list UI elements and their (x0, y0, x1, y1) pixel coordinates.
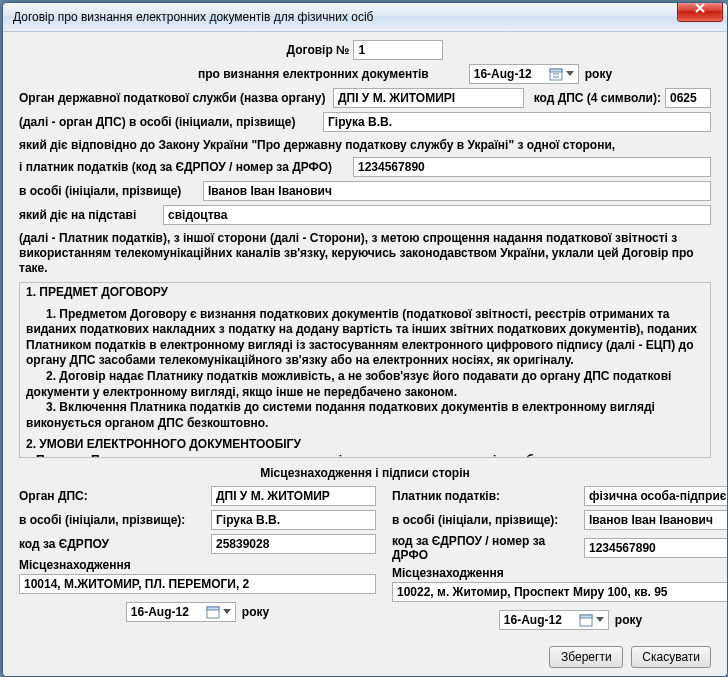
section-2-p1: Подання Платником податку податкових док… (26, 453, 704, 458)
year-word: року (585, 67, 612, 81)
calendar-icon (205, 604, 221, 620)
organ-label: Орган державної податкової служби (назва… (19, 91, 329, 105)
svg-rect-5 (207, 607, 219, 610)
sig-right-person-input[interactable] (584, 510, 727, 530)
section-1-p3: 3. Включення Платника податків до систем… (26, 400, 704, 431)
section-1-heading: 1. ПРЕДМЕТ ДОГОВОРУ (26, 285, 704, 301)
contract-date-picker[interactable]: 16-Aug-12 (469, 64, 579, 84)
titlebar: Договір про визнання електронних докумен… (3, 3, 727, 32)
preamble-text: (далі - Платник податків), з іншої сторо… (19, 231, 711, 276)
sig-right-date-picker[interactable]: 16-Aug-12 (499, 610, 609, 630)
sig-left-code-label: код за ЄДРПОУ (19, 537, 207, 551)
dialog-window: Договір про визнання електронних докумен… (2, 2, 728, 677)
contract-number-row: Договір № (19, 40, 711, 60)
close-button[interactable] (677, 2, 723, 22)
section-1-p1: 1. Предметом Договору є визнання податко… (26, 307, 704, 369)
footer-buttons: Зберегти Скасувати (19, 634, 711, 668)
sig-left-loc-input[interactable] (19, 574, 376, 594)
payer-person-label: в особі (ініціали, прізвище) (19, 184, 199, 198)
svg-rect-1 (550, 69, 562, 72)
sig-left-date-value: 16-Aug-12 (131, 605, 201, 619)
cancel-button[interactable]: Скасувати (631, 646, 711, 668)
sig-right-code-label: код за ЄДРПОУ / номер за ДРФО (392, 534, 580, 562)
organ-person-row: (далі - орган ДПС) в особі (ініциали, пр… (19, 112, 711, 132)
law-line: який діє відповідно до Закону України "П… (19, 138, 711, 153)
agreement-text-scroll[interactable]: 1. ПРЕДМЕТ ДОГОВОРУ 1. Предметом Договор… (19, 282, 711, 458)
sig-right-person-label: в особі (ініціали, прізвище): (392, 513, 580, 527)
signature-left: Орган ДПС: в особі (ініціали, прізвище):… (19, 486, 376, 630)
content-area: Договір № про визнання електронних докум… (3, 32, 727, 676)
organ-person-label: (далі - орган ДПС) в особі (ініциали, пр… (19, 115, 319, 129)
window-title: Договір про визнання електронних докумен… (13, 10, 373, 24)
sig-left-organ-label: Орган ДПС: (19, 489, 207, 503)
chevron-down-icon (221, 604, 233, 620)
sig-right-payer-label: Платник податків: (392, 489, 580, 503)
payer-code-label: і платник податків (код за ЄДРПОУ / номе… (19, 160, 349, 174)
organ-row: Орган державної податкової служби (назва… (19, 88, 711, 108)
section-2-heading: 2. УМОВИ ЕЛЕКТРОННОГО ДОКУМЕНТООБІГУ (26, 437, 704, 453)
section-1-p2: 2. Договір надає Платнику податків можли… (26, 369, 704, 400)
basis-label: який діє на підставі (19, 208, 159, 222)
dps-code-input[interactable] (665, 88, 711, 108)
basis-row: який діє на підставі (19, 205, 711, 225)
dps-code-label: код ДПС (4 символи): (534, 91, 661, 105)
sig-left-code-input[interactable] (211, 534, 376, 554)
chevron-down-icon (594, 612, 606, 628)
sig-left-organ-input[interactable] (211, 486, 376, 506)
calendar-icon (578, 612, 594, 628)
sig-left-person-label: в особі (ініціали, прізвище): (19, 513, 207, 527)
sig-left-loc-label: Місцезнаходження (19, 558, 376, 572)
subtitle-row: про визнання електронних документів 16-A… (19, 64, 711, 84)
chevron-down-icon (564, 66, 576, 82)
close-icon (694, 3, 706, 13)
sig-right-loc-label: Місцезнаходження (392, 566, 727, 580)
svg-rect-7 (580, 615, 592, 618)
organ-name-input[interactable] (333, 88, 524, 108)
payer-person-row: в особі (ініціали, прізвище) (19, 181, 711, 201)
sig-right-code-input[interactable] (584, 538, 727, 558)
subtitle-label: про визнання електронних документів (198, 67, 429, 81)
contract-date-value: 16-Aug-12 (474, 67, 544, 81)
payer-code-row: і платник податків (код за ЄДРПОУ / номе… (19, 157, 711, 177)
organ-person-input[interactable] (323, 112, 711, 132)
calendar-icon (548, 66, 564, 82)
sig-left-date-picker[interactable]: 16-Aug-12 (126, 602, 236, 622)
contract-no-input[interactable] (353, 40, 443, 60)
sig-right-year-word: року (615, 613, 642, 627)
signature-right: Платник податків: в особі (ініціали, прі… (392, 486, 727, 630)
sig-left-year-word: року (242, 605, 269, 619)
sig-right-payer-input[interactable] (584, 486, 727, 506)
contract-no-label: Договір № (287, 43, 350, 57)
sig-right-loc-input[interactable] (392, 582, 727, 602)
basis-input[interactable] (163, 205, 711, 225)
sig-left-person-input[interactable] (211, 510, 376, 530)
payer-person-input[interactable] (203, 181, 711, 201)
signatures-title: Місцезнаходження і підписи сторін (19, 466, 711, 480)
payer-code-input[interactable] (353, 157, 711, 177)
signatures-columns: Орган ДПС: в особі (ініціали, прізвище):… (19, 486, 711, 630)
save-button[interactable]: Зберегти (549, 646, 623, 668)
sig-right-date-value: 16-Aug-12 (504, 613, 574, 627)
